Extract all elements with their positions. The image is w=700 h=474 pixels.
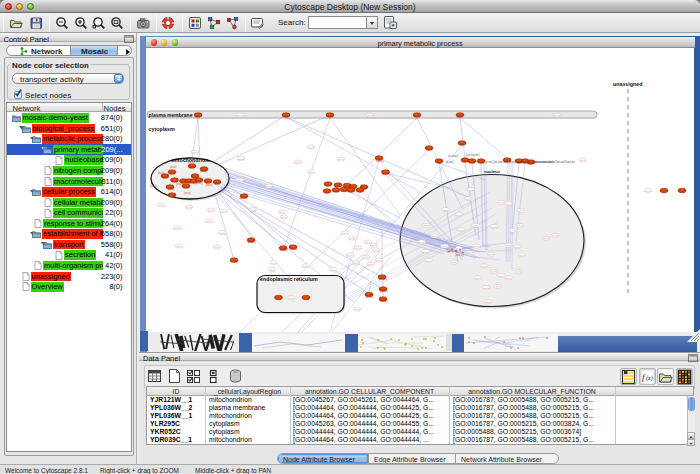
svg-text:(xx-xx): (xx-xx)	[382, 172, 390, 176]
svg-text:(xx-x): (xx-x)	[452, 261, 458, 264]
svg-text:(xx-x): (xx-x)	[519, 254, 525, 257]
svg-text:(xx-x): (xx-x)	[192, 151, 198, 154]
svg-text:(xx-x): (xx-x)	[295, 161, 301, 164]
svg-text:(xx-x): (xx-x)	[515, 270, 521, 273]
svg-text:(xx-x): (xx-x)	[491, 270, 497, 273]
svg-text:(xx-x): (xx-x)	[250, 209, 256, 212]
svg-text:(xx-xx): (xx-xx)	[366, 295, 374, 299]
svg-text:cytoplasm: cytoplasm	[149, 126, 175, 132]
svg-text:(xx-x): (xx-x)	[419, 241, 425, 244]
svg-text:(x-xxxx): (x-xxxx)	[448, 154, 459, 158]
svg-text:(xx-x): (xx-x)	[206, 220, 212, 223]
svg-text:(xx-x): (xx-x)	[456, 214, 462, 217]
svg-text:(xx-x): (xx-x)	[645, 190, 651, 193]
svg-text:(xx-x): (xx-x)	[188, 160, 195, 164]
svg-text:unassigned: unassigned	[613, 81, 642, 87]
svg-text:(xx-x): (xx-x)	[543, 237, 549, 240]
svg-text:(xx-x): (xx-x)	[514, 246, 520, 249]
svg-text:(xx-x): (xx-x)	[271, 262, 277, 265]
svg-text:(xx-x): (xx-x)	[349, 237, 355, 240]
svg-text:(xx-x): (xx-x)	[238, 158, 244, 161]
svg-text:(xx-x): (xx-x)	[281, 216, 287, 219]
svg-text:(xx-x): (xx-x)	[219, 232, 225, 235]
svg-text:(xx-x): (xx-x)	[505, 277, 511, 280]
svg-text:(xx-x): (xx-x)	[472, 224, 478, 227]
svg-text:(xx-x): (xx-x)	[367, 114, 373, 117]
svg-text:(xx-x): (xx-x)	[468, 189, 474, 192]
svg-text:(xx-x): (xx-x)	[443, 209, 449, 212]
svg-text:(xx-xxxxx): (xx-xxxxx)	[466, 153, 480, 157]
svg-text:(xx-x): (xx-x)	[517, 224, 523, 227]
svg-text:(xx-x): (xx-x)	[214, 246, 220, 249]
svg-text:(xx-xx): (xx-xx)	[380, 299, 388, 303]
svg-text:(xx-x): (xx-x)	[475, 277, 481, 280]
svg-text:(xx-x): (xx-x)	[505, 203, 511, 206]
svg-text:(xx-x): (xx-x)	[354, 308, 360, 311]
svg-text:(xx-x): (xx-x)	[221, 210, 227, 213]
svg-text:(xx-x): (xx-x)	[308, 146, 314, 149]
svg-text:(x-xx): (x-xx)	[446, 160, 454, 164]
svg-text:(xxx-x): (xxx-x)	[455, 253, 463, 257]
svg-text:(xx-x): (xx-x)	[170, 165, 177, 169]
svg-text:(xx-x): (xx-x)	[279, 211, 285, 214]
svg-text:(xx-x): (xx-x)	[150, 184, 157, 188]
svg-text:(xx-x): (xx-x)	[423, 224, 429, 227]
svg-text:(xx-x): (xx-x)	[158, 204, 164, 207]
svg-text:(xx-x): (xx-x)	[174, 227, 180, 230]
svg-text:(xx-x): (xx-x)	[485, 301, 491, 304]
svg-text:(xx-x): (xx-x)	[554, 114, 560, 117]
svg-text:(xx-xx): (xx-xx)	[248, 240, 256, 244]
svg-text:(xx-x): (xx-x)	[432, 235, 438, 238]
svg-text:(xx-x): (xx-x)	[465, 198, 471, 201]
svg-text:(xx-x): (xx-x)	[206, 183, 213, 187]
svg-text:(xx-x): (xx-x)	[495, 285, 501, 288]
svg-text:(xx-x): (xx-x)	[186, 206, 192, 209]
svg-text:(xx-x): (xx-x)	[308, 171, 314, 174]
svg-text:(xx-x): (xx-x)	[481, 265, 487, 268]
svg-text:(xx-x): (xx-x)	[423, 251, 429, 254]
svg-text:(xx-x): (xx-x)	[488, 253, 494, 256]
svg-text:(xx-x): (xx-x)	[353, 262, 359, 265]
svg-text:(xx-x): (xx-x)	[303, 265, 309, 268]
svg-text:(xx-x): (xx-x)	[518, 209, 524, 212]
svg-text:(xx-x): (xx-x)	[196, 181, 203, 185]
svg-text:(xx-x): (xx-x)	[442, 245, 448, 248]
svg-text:(xx-x): (xx-x)	[176, 245, 182, 248]
svg-text:(xx-x): (xx-x)	[483, 287, 489, 290]
svg-text:(xx-x): (xx-x)	[347, 254, 353, 257]
svg-text:(xx-x): (xx-x)	[368, 263, 374, 266]
svg-text:(xx-x): (xx-x)	[184, 191, 191, 195]
svg-text:(xx-x): (xx-x)	[176, 182, 183, 186]
svg-text:(xx-x): (xx-x)	[498, 201, 504, 204]
svg-text:endoplasmic reticulum: endoplasmic reticulum	[260, 276, 318, 282]
svg-text:(xx-x): (xx-x)	[168, 187, 175, 191]
svg-text:(xx-xx): (xx-xx)	[230, 260, 238, 264]
svg-text:nucleus: nucleus	[484, 169, 501, 174]
svg-text:(xx-x): (xx-x)	[376, 259, 382, 262]
svg-text:(xx-xx): (xx-xx)	[379, 277, 387, 281]
svg-text:(xx-x): (xx-x)	[552, 234, 558, 237]
svg-text:(x): (x)	[646, 375, 653, 382]
svg-text:(xx-x): (xx-x)	[373, 249, 379, 252]
svg-text:(xx-x): (xx-x)	[498, 275, 504, 278]
svg-text:(xx-x): (xx-x)	[338, 158, 344, 161]
svg-text:(xx-x): (xx-x)	[371, 244, 377, 247]
svg-text:(xx-xx): (xx-xx)	[290, 247, 298, 251]
svg-text:(xx-x): (xx-x)	[208, 209, 214, 212]
svg-text:(xx-x): (xx-x)	[237, 179, 243, 182]
svg-text:(xx-x): (xx-x)	[269, 269, 275, 272]
svg-text:(xx-x): (xx-x)	[237, 114, 243, 117]
svg-text:(xx-x): (xx-x)	[580, 159, 586, 162]
svg-text:(xx-x): (xx-x)	[288, 297, 294, 300]
svg-text:(xx-xx): (xx-xx)	[380, 289, 388, 293]
svg-text:(xx-x): (xx-x)	[330, 269, 336, 272]
svg-text:(xx-x): (xx-x)	[158, 171, 165, 175]
svg-text:(xx-x): (xx-x)	[266, 185, 272, 188]
svg-text:(xx-xx): (xx-xx)	[376, 159, 384, 163]
svg-text:(xx-x): (xx-x)	[426, 260, 432, 263]
svg-text:(xx-x): (xx-x)	[200, 169, 207, 173]
svg-text:(xx-xx): (xx-xx)	[240, 196, 248, 200]
svg-text:(xx-x): (xx-x)	[473, 245, 479, 248]
svg-text:(xx-x): (xx-x)	[355, 247, 361, 250]
svg-text:(xx-x): (xx-x)	[458, 229, 464, 232]
